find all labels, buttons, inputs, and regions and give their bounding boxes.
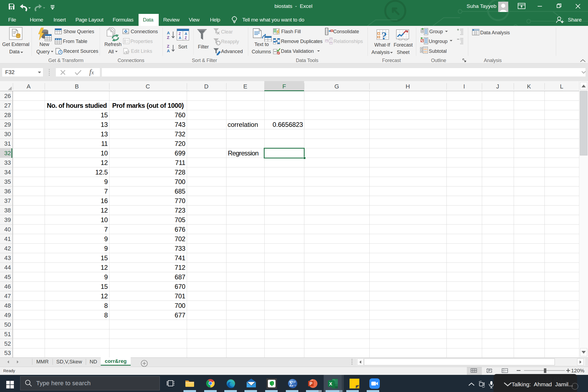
svg-text:÷: ÷ <box>294 383 296 388</box>
svg-text:Z: Z <box>185 36 187 40</box>
svg-text:A: A <box>167 30 170 35</box>
svg-text:A: A <box>179 36 181 40</box>
svg-text:A: A <box>185 32 187 36</box>
svg-text:?: ? <box>381 30 387 42</box>
svg-text:P: P <box>310 381 313 386</box>
svg-text:Σ: Σ <box>289 379 293 388</box>
svg-text:X: X <box>329 381 332 387</box>
svg-text:α: α <box>294 379 296 384</box>
svg-text:Z: Z <box>179 32 181 36</box>
svg-text:Z: Z <box>167 35 169 40</box>
